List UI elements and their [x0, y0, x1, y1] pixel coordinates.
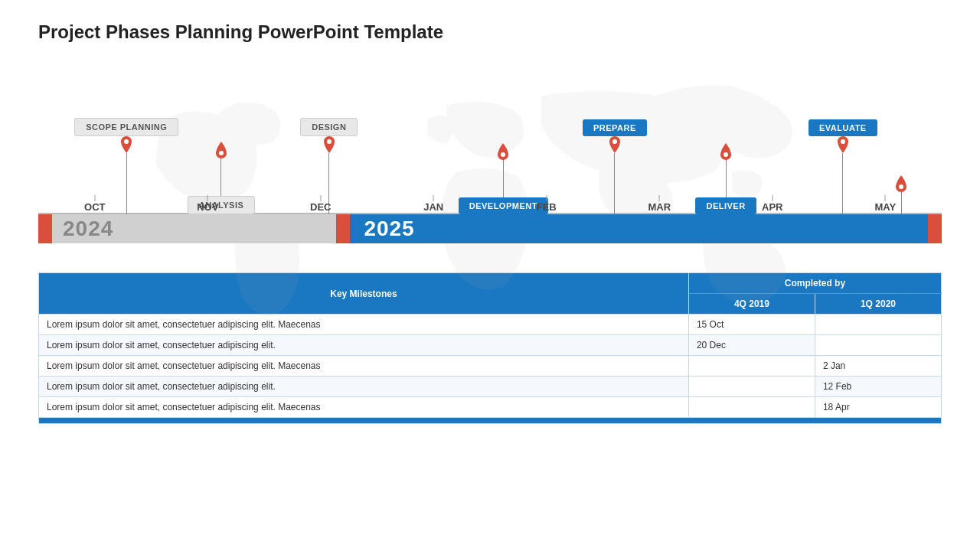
year-2025-label: 2025: [364, 217, 414, 241]
month-oct: OCT: [38, 201, 152, 213]
milestone-date-4-col1: [688, 377, 815, 397]
svg-point-0: [124, 139, 129, 144]
month-feb: FEB: [490, 201, 603, 213]
milestone-date-3-col1: [688, 356, 815, 377]
phase-label-prepare: PREPARE: [583, 119, 647, 136]
svg-point-6: [841, 139, 845, 144]
phase-design: DESIGN: [300, 118, 358, 214]
milestone-date-5-col1: [688, 397, 815, 418]
phase-prepare: PREPARE: [583, 119, 647, 214]
timeline-content: SCOPE PLANNING ANALYSIS DESIGN DEVELOPME…: [38, 60, 942, 259]
month-apr: APR: [716, 201, 829, 213]
milestone-date-5-col2: 18 Apr: [815, 397, 941, 418]
month-jan: JAN: [377, 201, 491, 213]
year-2024-block: 2024: [38, 214, 336, 243]
svg-point-4: [612, 139, 617, 144]
pin-icon: [836, 136, 850, 153]
timeline-area: SCOPE PLANNING ANALYSIS DESIGN DEVELOPME…: [38, 60, 942, 259]
table-row: Lorem ipsum dolor sit amet, consectetuer…: [39, 377, 942, 397]
milestone-desc-3: Lorem ipsum dolor sit amet, consectetuer…: [39, 356, 689, 377]
year-2024-label: 2024: [63, 217, 113, 241]
phase-scope-planning: SCOPE PLANNING: [74, 118, 178, 214]
milestone-date-3-col2: 2 Jan: [815, 356, 941, 377]
svg-point-2: [327, 139, 332, 144]
pin-icon: [719, 143, 733, 160]
month-mar: MAR: [603, 201, 717, 213]
phase-label-evaluate: EVALUATE: [808, 119, 877, 136]
milestone-date-4-col2: 12 Feb: [815, 377, 941, 397]
table-row: Lorem ipsum dolor sit amet, consectetuer…: [39, 356, 942, 377]
svg-point-1: [219, 151, 224, 155]
milestone-desc-5: Lorem ipsum dolor sit amet, consectetuer…: [39, 397, 689, 418]
svg-point-5: [724, 152, 728, 157]
page-title: Project Phases Planning PowerPoint Templ…: [38, 21, 942, 43]
phase-label-design: DESIGN: [300, 118, 358, 136]
year-bar: 2024 2025: [38, 214, 942, 243]
table-row: Lorem ipsum dolor sit amet, consectetuer…: [39, 397, 942, 418]
pin-icon: [608, 136, 622, 153]
phase-label-scope-planning: SCOPE PLANNING: [74, 118, 178, 136]
table-footer-row: [39, 418, 942, 424]
year-2025-block: 2025: [336, 214, 942, 243]
pin-icon: [214, 142, 228, 158]
month-nov: NOV: [152, 201, 265, 213]
pin-icon: [322, 136, 336, 153]
month-dec: DEC: [264, 201, 377, 213]
pin-icon: [496, 143, 510, 160]
milestone-desc-4: Lorem ipsum dolor sit amet, consectetuer…: [39, 377, 689, 397]
months-row: OCT NOV DEC JAN FEB MAR APR MAY: [38, 201, 942, 213]
pin-icon: [894, 175, 908, 192]
phase-evaluate: EVALUATE: [808, 119, 877, 214]
pin-icon: [119, 136, 133, 153]
month-may: MAY: [829, 201, 942, 213]
